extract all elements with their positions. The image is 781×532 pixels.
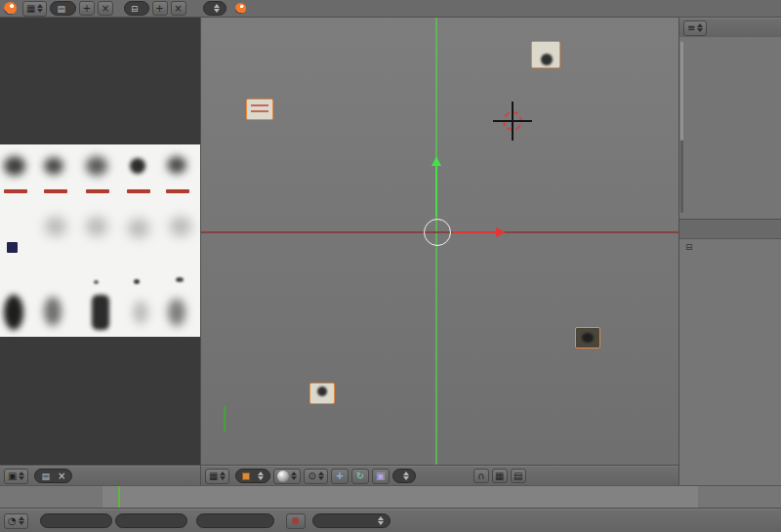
- texture-blob: [4, 156, 25, 176]
- mode-selector[interactable]: [235, 469, 270, 483]
- texture-blob: [128, 219, 149, 238]
- selected-lamp-outline[interactable]: [424, 219, 451, 246]
- translate-manipulator-button[interactable]: +: [331, 469, 349, 484]
- dropdown-arrows-icon: [378, 516, 384, 525]
- editor-type-button[interactable]: ◔: [4, 513, 28, 529]
- delete-layout-button[interactable]: ×: [98, 1, 113, 16]
- start-frame-field[interactable]: [40, 513, 112, 528]
- properties-breadcrumb: ⊟: [679, 239, 781, 255]
- shading-sphere-icon: [277, 471, 289, 482]
- render-still-icon: ▤: [514, 471, 522, 481]
- render-opengl-button[interactable]: ▤: [511, 469, 526, 483]
- reference-empty[interactable]: [531, 41, 560, 68]
- viewport-header: ▦ ⊙ + ↻ ▣ ∩ ▦ ▤: [201, 466, 678, 485]
- scale-icon: ▣: [376, 471, 385, 481]
- timeline-header: ◔: [0, 509, 781, 532]
- viewport-canvas[interactable]: [201, 18, 678, 466]
- texture-red-mark: [4, 189, 27, 193]
- texture-blob: [86, 156, 107, 176]
- snap-magnet-button[interactable]: ∩: [473, 469, 489, 483]
- unlink-icon[interactable]: ×: [58, 471, 65, 481]
- empty-content: [582, 333, 594, 343]
- render-engine-selector[interactable]: [203, 1, 226, 16]
- object-mode-icon: [242, 472, 250, 480]
- record-icon: [292, 517, 299, 524]
- scene-icon: ⊟: [685, 242, 693, 252]
- cursor-3d[interactable]: [503, 111, 522, 131]
- dropdown-arrows-icon: [697, 23, 703, 32]
- sync-mode-selector[interactable]: [312, 513, 390, 528]
- scale-manipulator-button[interactable]: ▣: [372, 469, 390, 484]
- texture-speck: [134, 279, 140, 284]
- current-frame-playhead[interactable]: [118, 486, 120, 509]
- snap-element-button[interactable]: ▦: [492, 469, 508, 483]
- dropdown-arrows-icon: [19, 516, 24, 525]
- dropdown-arrows-icon: [214, 4, 220, 13]
- texture-swatch: [7, 242, 18, 253]
- shading-selector[interactable]: [273, 469, 301, 484]
- image-editor-icon: ▣: [8, 471, 17, 481]
- add-layout-button[interactable]: +: [79, 1, 95, 16]
- texture-blob: [44, 157, 63, 175]
- properties-panels: [679, 255, 781, 485]
- blender-window: ▦ ▤ + × ⊟ + ×: [0, 0, 781, 532]
- add-scene-button[interactable]: +: [152, 1, 168, 16]
- properties-editor: ⊟: [679, 219, 781, 485]
- info-header: ▦ ▤ + × ⊟ + ×: [0, 0, 781, 18]
- dropdown-arrows-icon: [220, 471, 226, 480]
- pivot-selector[interactable]: ⊙: [304, 469, 327, 484]
- texture-blob: [92, 295, 109, 330]
- reference-empty[interactable]: [309, 383, 335, 404]
- delete-scene-button[interactable]: ×: [171, 1, 186, 16]
- viewport-editor-icon: ▦: [209, 471, 218, 481]
- dropdown-arrows-icon: [37, 4, 43, 13]
- editor-type-button[interactable]: ▦: [22, 1, 47, 17]
- uv-image-canvas[interactable]: [0, 18, 200, 466]
- rotate-manipulator-button[interactable]: ↻: [351, 469, 369, 484]
- dropdown-arrows-icon: [291, 471, 297, 480]
- uv-editor-header: ▣ ▤×: [0, 466, 200, 485]
- dropdown-arrows-icon: [258, 471, 264, 480]
- dropdown-arrows-icon: [318, 471, 324, 480]
- dropdown-arrows-icon: [19, 471, 24, 480]
- manipulator-x-arrow[interactable]: [453, 231, 496, 233]
- properties-tabs: [679, 220, 781, 239]
- empty-content: [541, 54, 553, 65]
- reference-empty[interactable]: [246, 99, 273, 120]
- uv-image-editor: ▣ ▤×: [0, 18, 200, 485]
- screen-layout-selector[interactable]: ▤: [50, 1, 76, 16]
- texture-blob: [167, 156, 186, 174]
- texture-speck: [176, 277, 184, 282]
- outliner-scrollbar[interactable]: [680, 41, 683, 213]
- mini-axis-y-icon: [224, 406, 226, 431]
- editor-type-button[interactable]: ▦: [205, 469, 229, 484]
- viewport-3d: ▦ ⊙ + ↻ ▣ ∩ ▦ ▤: [200, 18, 678, 485]
- scene-selector[interactable]: ⊟: [124, 1, 149, 16]
- empty-content: [251, 110, 268, 112]
- outliner-editor: ≡: [679, 18, 781, 219]
- blender-logo-icon[interactable]: [4, 2, 17, 15]
- screen-icon: ▤: [57, 4, 65, 14]
- blender-mini-logo-icon: [235, 3, 246, 14]
- pivot-icon: ⊙: [308, 471, 315, 481]
- editor-type-button[interactable]: ▣: [4, 469, 28, 484]
- texture-red-mark: [166, 189, 189, 193]
- image-datablock-selector[interactable]: ▤×: [34, 469, 72, 483]
- timeline-clock-icon: ◔: [8, 515, 17, 526]
- texture-blob: [133, 301, 148, 324]
- timeline-ruler[interactable]: [0, 485, 781, 509]
- record-button[interactable]: [286, 513, 306, 529]
- end-frame-field[interactable]: [115, 513, 187, 528]
- current-frame-field[interactable]: [196, 513, 274, 528]
- magnet-icon: ∩: [477, 471, 484, 481]
- transform-orientation-selector[interactable]: [392, 469, 416, 483]
- texture-blob: [168, 299, 185, 326]
- outliner-tree: [685, 38, 781, 219]
- dropdown-arrows-icon: [403, 471, 409, 480]
- ruler-ticks: [0, 486, 781, 509]
- empty-content: [251, 104, 268, 106]
- editor-type-button[interactable]: ≡: [683, 20, 707, 36]
- manipulator-y-arrow[interactable]: [435, 166, 437, 217]
- reference-empty[interactable]: [575, 327, 600, 348]
- rotate-icon: ↻: [356, 471, 364, 481]
